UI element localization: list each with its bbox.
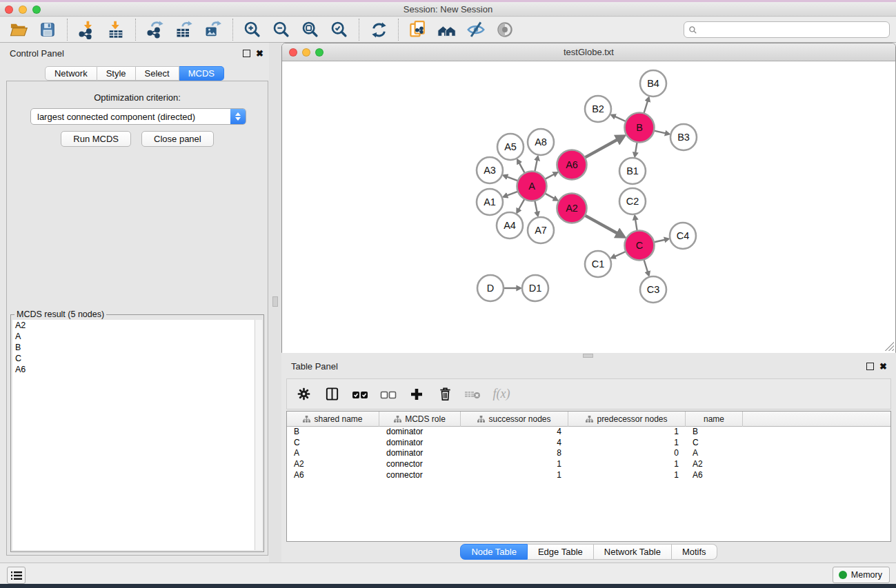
import-network-button[interactable] bbox=[72, 18, 101, 41]
task-history-button[interactable] bbox=[7, 567, 26, 584]
column-header-MCDS-role[interactable]: MCDS role bbox=[379, 412, 461, 427]
graph-edge-B-B2[interactable] bbox=[615, 116, 626, 121]
result-item[interactable]: A2 bbox=[12, 320, 255, 331]
float-panel-icon[interactable] bbox=[243, 50, 250, 57]
table-cell[interactable]: 4 bbox=[461, 427, 568, 438]
tab-edge-table[interactable]: Edge Table bbox=[528, 544, 594, 560]
graph-edge-B-B3[interactable] bbox=[654, 131, 665, 134]
column-header-shared-name[interactable]: shared name bbox=[287, 412, 379, 427]
close-window-button[interactable] bbox=[5, 6, 13, 14]
close-table-panel-icon[interactable]: ✖ bbox=[879, 363, 887, 370]
search-input[interactable] bbox=[700, 25, 885, 34]
table-cell[interactable]: 1 bbox=[568, 459, 686, 470]
table-cell[interactable]: dominator bbox=[379, 448, 461, 459]
clone-network-button[interactable] bbox=[404, 18, 432, 41]
zoom-fit-button[interactable] bbox=[296, 18, 325, 41]
graph-edge-B-B4[interactable] bbox=[644, 101, 648, 113]
table-cell[interactable]: 1 bbox=[568, 470, 686, 481]
graph-edge-A-A1[interactable] bbox=[507, 192, 517, 196]
table-cell[interactable]: 1 bbox=[461, 470, 568, 481]
graph-edge-A2-C[interactable] bbox=[585, 216, 617, 234]
graph-edge-A-A7[interactable] bbox=[535, 201, 537, 212]
graph-edge-A-A3[interactable] bbox=[507, 176, 517, 181]
graph-node-C2[interactable]: C2 bbox=[619, 188, 646, 214]
table-cell[interactable]: dominator bbox=[379, 427, 461, 438]
result-item[interactable]: A bbox=[12, 331, 255, 342]
tab-network-table[interactable]: Network Table bbox=[594, 544, 672, 560]
graph-node-C3[interactable]: C3 bbox=[640, 276, 666, 303]
table-cell[interactable]: 4 bbox=[461, 438, 568, 449]
graph-node-B[interactable]: B bbox=[625, 113, 655, 143]
table-row[interactable]: A2connector11A2 bbox=[287, 459, 890, 470]
select-all-rows-button[interactable] bbox=[351, 385, 369, 403]
table-settings-button[interactable] bbox=[295, 385, 312, 403]
table-cell[interactable]: A2 bbox=[287, 459, 379, 470]
graph-edge-C-C4[interactable] bbox=[654, 240, 664, 242]
deselect-all-rows-button[interactable] bbox=[379, 385, 397, 403]
table-row[interactable]: Cdominator41C bbox=[287, 438, 890, 449]
table-cell[interactable]: C bbox=[686, 438, 743, 449]
home-button[interactable] bbox=[432, 18, 461, 41]
graph-edge-A-A4[interactable] bbox=[519, 199, 524, 210]
result-item[interactable]: C bbox=[12, 353, 255, 364]
zoom-out-button[interactable] bbox=[267, 18, 296, 41]
tab-style[interactable]: Style bbox=[97, 66, 136, 81]
graph-node-A[interactable]: A bbox=[517, 172, 547, 201]
tab-node-table[interactable]: Node Table bbox=[460, 544, 528, 560]
graph-node-A6[interactable]: A6 bbox=[557, 150, 587, 180]
table-row[interactable]: A6connector11A6 bbox=[287, 470, 890, 481]
graph-node-A3[interactable]: A3 bbox=[477, 157, 503, 183]
table-row[interactable]: Adominator80A bbox=[287, 448, 890, 459]
table-cell[interactable]: 8 bbox=[461, 448, 568, 459]
table-cell[interactable]: 0 bbox=[568, 448, 686, 459]
network-graph[interactable]: B4B2BB3B1A5A8A6A3AA1A2C2A4A7C4CC1C3DD1 bbox=[282, 61, 895, 353]
graph-edge-C-C3[interactable] bbox=[644, 260, 648, 272]
splitter-handle[interactable] bbox=[583, 354, 593, 358]
graph-node-B3[interactable]: B3 bbox=[670, 124, 697, 150]
table-cell[interactable]: A bbox=[686, 448, 743, 459]
graph-edge-A-A8[interactable] bbox=[535, 160, 537, 171]
export-image-button[interactable] bbox=[199, 18, 228, 41]
table-cell[interactable]: connector bbox=[379, 470, 461, 481]
maximize-window-button[interactable] bbox=[32, 6, 41, 14]
zoom-in-button[interactable] bbox=[238, 18, 267, 41]
table-cell[interactable]: A6 bbox=[287, 470, 379, 481]
create-column-button[interactable] bbox=[408, 385, 426, 403]
graph-edge-C-C1[interactable] bbox=[615, 252, 626, 256]
graph-node-A7[interactable]: A7 bbox=[528, 217, 554, 243]
panel-divider[interactable] bbox=[269, 43, 281, 562]
table-cell[interactable]: dominator bbox=[379, 438, 461, 449]
graph-node-A4[interactable]: A4 bbox=[497, 212, 523, 239]
graph-node-B1[interactable]: B1 bbox=[619, 158, 646, 184]
delete-column-button[interactable] bbox=[436, 385, 454, 403]
function-builder-button[interactable]: f(x) bbox=[492, 385, 510, 403]
column-header-predecessor-nodes[interactable]: predecessor nodes bbox=[568, 412, 686, 427]
graph-node-A1[interactable]: A1 bbox=[477, 189, 503, 215]
graph-node-C1[interactable]: C1 bbox=[585, 251, 611, 277]
column-selector-button[interactable] bbox=[323, 385, 341, 403]
table-cell[interactable]: A6 bbox=[686, 470, 743, 481]
network-canvas[interactable]: B4B2BB3B1A5A8A6A3AA1A2C2A4A7C4CC1C3DD1 bbox=[282, 61, 895, 353]
result-scrollbar[interactable] bbox=[255, 320, 262, 550]
tab-network[interactable]: Network bbox=[45, 66, 97, 81]
graph-node-B2[interactable]: B2 bbox=[585, 96, 611, 122]
run-mcds-button[interactable]: Run MCDS bbox=[61, 131, 131, 147]
graph-node-A5[interactable]: A5 bbox=[497, 134, 524, 160]
close-panel-icon[interactable]: ✖ bbox=[256, 50, 263, 57]
delete-table-button[interactable] bbox=[464, 385, 482, 403]
result-item[interactable]: B bbox=[12, 342, 255, 353]
node-table[interactable]: shared nameMCDS rolesuccessor nodesprede… bbox=[286, 411, 891, 542]
table-cell[interactable]: 1 bbox=[568, 438, 686, 449]
column-header-name[interactable]: name bbox=[686, 412, 743, 427]
minimize-window-button[interactable] bbox=[19, 6, 27, 14]
column-header-successor-nodes[interactable]: successor nodes bbox=[461, 412, 568, 427]
graph-edge-B-B1[interactable] bbox=[635, 143, 637, 153]
graph-node-D1[interactable]: D1 bbox=[522, 275, 548, 301]
export-network-button[interactable] bbox=[141, 18, 170, 41]
network-window-titlebar[interactable]: testGlobe.txt bbox=[282, 43, 895, 61]
table-cell[interactable]: B bbox=[686, 427, 743, 438]
open-file-button[interactable] bbox=[4, 18, 33, 41]
mcds-result-list[interactable]: A2ABCA6 bbox=[12, 320, 255, 550]
divider-handle[interactable] bbox=[272, 296, 278, 307]
memory-button[interactable]: Memory bbox=[833, 567, 890, 583]
